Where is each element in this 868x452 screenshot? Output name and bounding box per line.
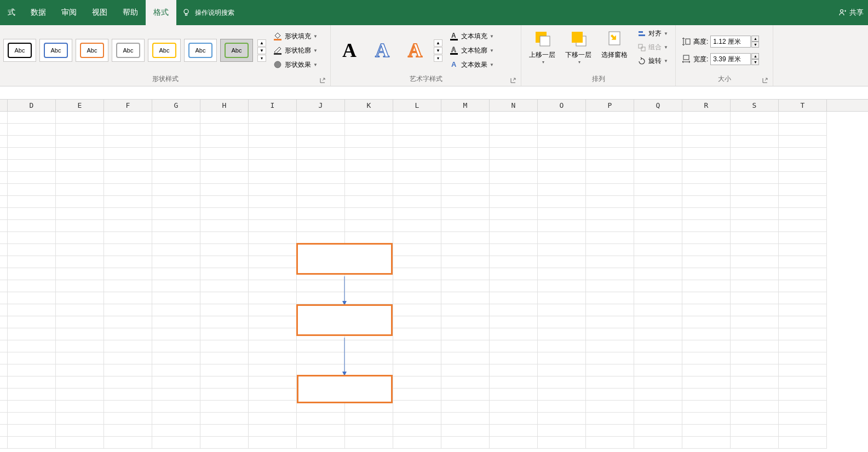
selection-pane-icon	[605, 28, 624, 48]
wordart-scroll-up[interactable]: ▲	[434, 39, 442, 47]
col-header-F[interactable]: F	[104, 100, 152, 111]
chevron-down-icon: ▾	[542, 60, 544, 65]
share-button[interactable]: 共享	[838, 8, 864, 18]
bring-forward-icon	[532, 28, 552, 48]
text-outline-button[interactable]: A 文本轮廓▼	[447, 44, 496, 56]
width-input[interactable]	[710, 53, 751, 65]
bring-forward-button[interactable]: 上移一层 ▾	[525, 27, 560, 66]
spreadsheet: DEFGHIJKLMNOPQRST	[0, 100, 868, 449]
rotate-button[interactable]: 旋转▼	[635, 55, 670, 67]
dialog-launcher-icon[interactable]	[319, 77, 326, 84]
col-header-K[interactable]: K	[345, 100, 393, 111]
text-fill-button[interactable]: A 文本填充▼	[447, 30, 496, 42]
text-effects-button[interactable]: A 文本效果▼	[447, 59, 496, 71]
send-backward-icon	[568, 28, 588, 48]
shape-effects-button[interactable]: 形状效果▼	[271, 59, 320, 71]
width-spin-down[interactable]: ▼	[751, 59, 759, 65]
shape-preset-4[interactable]: Abc	[148, 39, 181, 62]
col-header-D[interactable]: D	[8, 100, 56, 111]
col-header-N[interactable]: N	[490, 100, 538, 111]
chevron-down-icon: ▼	[313, 48, 318, 53]
shape-preset-1[interactable]: Abc	[39, 39, 72, 62]
shape-preset-3[interactable]: Abc	[112, 39, 145, 62]
shape-preset-2[interactable]: Abc	[76, 39, 108, 62]
text-effects-icon: A	[449, 60, 459, 69]
grid[interactable]	[0, 112, 868, 449]
gallery-expand[interactable]: ▾	[257, 55, 266, 62]
col-header-I[interactable]: I	[249, 100, 297, 111]
width-spin-up[interactable]: ▲	[751, 53, 759, 59]
svg-rect-20	[641, 47, 645, 51]
menu-item-data[interactable]: 数据	[23, 0, 54, 25]
flowchart-arrow-2[interactable]	[341, 338, 348, 376]
wordart-scroll-down[interactable]: ▼	[434, 47, 442, 54]
text-outline-icon: A	[449, 45, 459, 55]
menu-item-review[interactable]: 审阅	[54, 0, 84, 25]
col-header-R[interactable]: R	[682, 100, 731, 111]
ribbon: Abc Abc Abc Abc Abc Abc Abc ▲ ▼ ▾ 形状填充▼	[0, 25, 868, 86]
col-header-M[interactable]: M	[441, 100, 490, 111]
gallery-scroll-down[interactable]: ▼	[257, 47, 266, 54]
shape-outline-button[interactable]: 形状轮廓▼	[271, 44, 320, 56]
svg-text:A: A	[451, 32, 456, 39]
selection-pane-button[interactable]: 选择窗格	[597, 27, 632, 61]
svg-rect-17	[639, 31, 643, 33]
wordart-preset-0[interactable]: A	[334, 35, 365, 66]
align-button[interactable]: 对齐▼	[635, 27, 670, 40]
width-icon	[681, 54, 691, 64]
send-backward-button[interactable]: 下移一层 ▾	[561, 27, 596, 66]
paint-bucket-icon	[273, 31, 283, 41]
col-header-H[interactable]: H	[200, 100, 249, 111]
ribbon-group-size: 高度: ▲ ▼ 宽度: ▲ ▼	[676, 25, 773, 86]
wordart-scrollbar: ▲ ▼ ▾	[434, 39, 442, 62]
formula-input[interactable]	[0, 86, 868, 99]
gallery-scrollbar: ▲ ▼ ▾	[257, 39, 266, 62]
lightbulb-icon	[182, 8, 191, 17]
col-header-E[interactable]: E	[56, 100, 104, 111]
flowchart-box-3[interactable]	[297, 375, 393, 403]
menu-item-formula-partial[interactable]: 式	[0, 0, 23, 25]
menu-item-format[interactable]: 格式	[146, 0, 176, 25]
svg-rect-21	[686, 39, 690, 44]
col-header-G[interactable]: G	[152, 100, 200, 111]
chevron-down-icon: ▼	[664, 45, 668, 50]
wordart-preset-2[interactable]: A	[400, 35, 430, 66]
height-spin-down[interactable]: ▼	[751, 42, 759, 48]
dialog-launcher-icon[interactable]	[510, 77, 516, 84]
share-person-icon	[838, 8, 847, 17]
height-input[interactable]	[710, 36, 751, 48]
flowchart-arrow-1[interactable]	[341, 276, 348, 305]
shape-preset-6[interactable]: Abc	[220, 39, 253, 62]
tell-me-search[interactable]: 操作说明搜索	[182, 8, 234, 18]
flowchart-box-2[interactable]	[296, 304, 393, 336]
height-spin-up[interactable]: ▲	[751, 36, 759, 42]
shape-preset-5[interactable]: Abc	[184, 39, 217, 62]
menu-item-help[interactable]: 帮助	[115, 0, 146, 25]
height-label: 高度:	[693, 37, 708, 47]
menu-item-view[interactable]: 视图	[84, 0, 115, 25]
col-header-O[interactable]: O	[538, 100, 586, 111]
svg-rect-13	[540, 36, 550, 46]
shape-preset-0[interactable]: Abc	[3, 39, 36, 62]
wordart-expand[interactable]: ▾	[434, 55, 442, 62]
text-fill-icon: A	[449, 31, 459, 41]
col-header-L[interactable]: L	[393, 100, 441, 111]
wordart-preset-1[interactable]: A	[367, 35, 398, 66]
width-label: 宽度:	[693, 55, 708, 64]
flowchart-box-1[interactable]	[296, 243, 393, 275]
col-header-Q[interactable]: Q	[634, 100, 682, 111]
col-header-P[interactable]: P	[586, 100, 634, 111]
dialog-launcher-icon[interactable]	[762, 77, 768, 84]
group-label-arrange: 排列	[525, 73, 672, 85]
col-header-J[interactable]: J	[297, 100, 345, 111]
group-button[interactable]: 组合▼	[635, 41, 670, 54]
col-header-S[interactable]: S	[731, 100, 779, 111]
height-row: 高度: ▲ ▼	[681, 36, 759, 48]
col-header-T[interactable]: T	[779, 100, 827, 111]
svg-text:A: A	[451, 46, 456, 54]
svg-rect-4	[274, 53, 281, 55]
shape-fill-button[interactable]: 形状填充▼	[271, 30, 320, 42]
menu-bar: 式 数据 审阅 视图 帮助 格式 操作说明搜索 共享	[0, 0, 868, 25]
gallery-scroll-up[interactable]: ▲	[257, 39, 266, 47]
chevron-down-icon: ▼	[313, 34, 318, 39]
